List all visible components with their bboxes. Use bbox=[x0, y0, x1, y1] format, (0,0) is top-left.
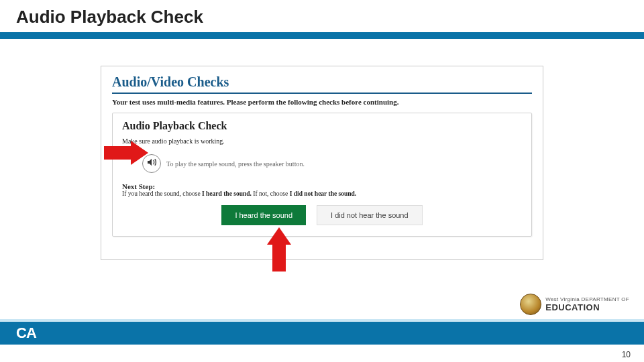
audio-check-card: Audio Playback Check Make sure audio pla… bbox=[112, 113, 532, 237]
wv-line2: EDUCATION bbox=[545, 302, 629, 312]
play-row: To play the sample sound, press the spea… bbox=[142, 154, 522, 173]
play-caption: To play the sample sound, press the spea… bbox=[166, 160, 305, 168]
button-row: I heard the sound I did not hear the sou… bbox=[122, 205, 522, 225]
not-heard-sound-button[interactable]: I did not hear the sound bbox=[317, 205, 423, 225]
card-desc: Make sure audio playback is working. bbox=[122, 137, 522, 145]
wv-education-text: West Virginia DEPARTMENT OF EDUCATION bbox=[545, 296, 629, 312]
wv-education-logo: West Virginia DEPARTMENT OF EDUCATION bbox=[520, 294, 629, 315]
ns-bold2: I did not hear the sound. bbox=[290, 190, 357, 197]
next-step-text: If you heard the sound, choose I heard t… bbox=[122, 190, 522, 197]
ns-prefix: If you heard the sound, choose bbox=[122, 190, 202, 197]
wv-line1: West Virginia DEPARTMENT OF bbox=[545, 296, 629, 302]
app-screenshot: Audio/Video Checks Your test uses multi-… bbox=[101, 66, 543, 260]
wv-seal-icon bbox=[520, 294, 541, 315]
ns-bold1: I heard the sound. bbox=[202, 190, 252, 197]
card-title: Audio Playback Check bbox=[122, 120, 522, 132]
callout-arrow-up bbox=[267, 227, 291, 245]
callout-arrow-right bbox=[131, 141, 148, 165]
heard-sound-button[interactable]: I heard the sound bbox=[221, 205, 306, 225]
ca-logo: CA bbox=[16, 324, 36, 342]
page-number: 10 bbox=[622, 350, 631, 359]
next-step-label: Next Step: bbox=[122, 182, 522, 190]
panel-subtext: Your test uses multi-media features. Ple… bbox=[112, 98, 532, 106]
footer-bar bbox=[0, 322, 644, 345]
slide-title: Audio Playback Check bbox=[0, 0, 644, 33]
ns-mid: If not, choose bbox=[253, 190, 289, 197]
title-accent-bar bbox=[0, 32, 644, 39]
panel-heading: Audio/Video Checks bbox=[112, 74, 532, 94]
